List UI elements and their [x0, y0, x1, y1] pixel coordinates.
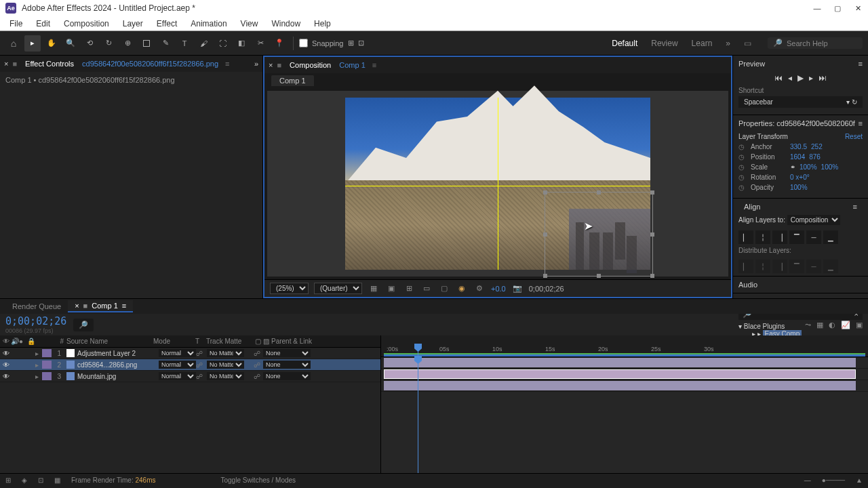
stopwatch-anchor-icon[interactable]: ◷ — [738, 143, 747, 150]
menu-view[interactable]: View — [234, 18, 265, 30]
col-lock-icon[interactable]: 🔒 — [27, 338, 35, 345]
roto-tool[interactable]: ✂ — [252, 35, 269, 52]
zoom-in-icon[interactable]: ▲ — [856, 476, 863, 484]
snap-option-icon[interactable]: ⊞ — [348, 39, 354, 47]
menu-animation[interactable]: Animation — [184, 18, 233, 30]
label-color[interactable] — [42, 361, 52, 369]
status-icon3[interactable]: ⊡ — [38, 476, 43, 484]
handle-tl[interactable] — [543, 190, 547, 195]
scale-link-icon[interactable]: ⚭ — [790, 163, 795, 171]
resolution-select[interactable]: (Quarter) — [314, 283, 362, 294]
col-preserve-icon[interactable]: ▢ ▨ — [255, 338, 271, 345]
dist-bottom-button[interactable]: ▁ — [823, 260, 838, 273]
snap-option2-icon[interactable]: ⊡ — [358, 39, 364, 47]
zoom-out-icon[interactable]: — — [804, 476, 811, 484]
track[interactable] — [381, 357, 868, 369]
next-frame-button[interactable]: ▸ — [809, 73, 813, 83]
last-frame-button[interactable]: ⏭ — [818, 73, 827, 83]
mode-select[interactable]: Normal — [159, 349, 196, 357]
effect-controls-filename[interactable]: cd958642f00e5082060ff6f15f282866.png — [82, 60, 218, 68]
rotation-tool[interactable]: ↻ — [100, 35, 117, 52]
menu-layer[interactable]: Layer — [116, 18, 150, 30]
panel-lock-icon[interactable]: ■ — [12, 60, 17, 68]
mode-select[interactable]: Normal — [159, 361, 196, 369]
play-button[interactable]: ▶ — [797, 73, 804, 83]
timeline-row[interactable]: 👁 ▸ 1 Adjustment Layer 2 Normal ☍ No Mat… — [0, 348, 380, 359]
motion-blur-button[interactable]: ◐ — [829, 321, 835, 329]
layer-name[interactable]: cd95864...2866.png — [77, 361, 159, 369]
handle-tr[interactable] — [650, 190, 654, 195]
guide-horizontal[interactable] — [345, 186, 650, 186]
reset-exposure-icon[interactable]: ⚙ — [473, 283, 486, 295]
parent-pick-icon[interactable]: ☍ — [254, 361, 263, 369]
hand-tool[interactable]: ✋ — [43, 35, 60, 52]
anchor-y[interactable]: 252 — [811, 143, 823, 150]
track[interactable] — [381, 380, 868, 392]
timeline-timecode[interactable]: 0;00;02;26 — [5, 315, 66, 327]
handle-br[interactable] — [650, 274, 654, 278]
composition-name[interactable]: Comp 1 — [339, 61, 366, 69]
timeline-row[interactable]: 👁 ▸ 3 Mountain.jpg Normal ☍ No Matte ☍ N… — [0, 371, 380, 382]
matte-select[interactable]: No Matte — [207, 349, 244, 357]
layer-name[interactable]: Adjustment Layer 2 — [77, 350, 159, 357]
handle-mr[interactable] — [650, 232, 654, 237]
menu-composition[interactable]: Composition — [57, 18, 116, 30]
stopwatch-rotation-icon[interactable]: ◷ — [738, 174, 747, 181]
type-tool[interactable]: T — [176, 35, 193, 52]
align-menu-icon[interactable]: ≡ — [853, 203, 857, 211]
selection-tool[interactable]: ▸ — [24, 35, 41, 52]
align-bottom-button[interactable]: ▁ — [823, 230, 838, 244]
align-vcenter-button[interactable]: ─ — [806, 230, 821, 244]
composition-viewer[interactable]: ➤ — [267, 91, 728, 277]
col-audio-icon[interactable]: 🔊 — [11, 338, 19, 345]
label-color[interactable] — [42, 372, 52, 380]
properties-menu-icon[interactable]: ≡ — [859, 119, 863, 127]
playhead[interactable] — [418, 345, 418, 357]
align-left-button[interactable]: ▏ — [738, 230, 753, 244]
pen-tool[interactable]: ✎ — [157, 35, 174, 52]
clone-tool[interactable]: ⛶ — [214, 35, 231, 52]
minimize-button[interactable]: — — [812, 3, 822, 13]
dist-vcenter-button[interactable]: ─ — [806, 260, 821, 273]
dist-right-button[interactable]: ▕ — [772, 260, 787, 273]
toggle-switches-button[interactable]: Toggle Switches / Modes — [221, 476, 296, 484]
workspace-default[interactable]: Default — [612, 39, 637, 48]
guide-vertical[interactable] — [498, 98, 498, 270]
time-ruler[interactable]: :00s05s10s15s20s25s30s — [381, 336, 868, 357]
align-target-select[interactable]: Composition — [787, 215, 840, 225]
expand-icon[interactable]: ▸ — [35, 373, 42, 380]
matte-select[interactable]: No Matte — [207, 372, 244, 380]
panel-overflow-icon[interactable]: » — [254, 60, 258, 68]
comp-lock-icon[interactable]: ■ — [277, 61, 281, 69]
position-x[interactable]: 1604 — [790, 153, 805, 161]
matte-link-icon[interactable]: ☍ — [196, 361, 207, 369]
stopwatch-position-icon[interactable]: ◷ — [738, 153, 747, 161]
reset-button[interactable]: Reset — [845, 133, 863, 140]
orbit-tool[interactable]: ⟲ — [81, 35, 98, 52]
align-hcenter-button[interactable]: ╎ — [755, 230, 770, 244]
brush-tool[interactable]: 🖌 — [195, 35, 212, 52]
menu-help[interactable]: Help — [307, 18, 338, 30]
handle-tm[interactable] — [597, 190, 601, 195]
graph-editor-button[interactable]: 📈 — [841, 321, 850, 329]
dist-left-button[interactable]: ▏ — [738, 260, 753, 273]
zoom-select[interactable]: (25%) — [270, 283, 309, 294]
shortcut-select[interactable]: Spacebar▾ ↻ — [738, 96, 863, 108]
workspace-panel-icon[interactable]: ▭ — [744, 39, 751, 48]
parent-select[interactable]: None — [263, 349, 311, 357]
handle-bm[interactable] — [597, 274, 601, 278]
snapping-checkbox[interactable] — [299, 39, 308, 47]
handle-ml[interactable] — [543, 232, 547, 237]
menu-file[interactable]: File — [3, 18, 29, 30]
handle-bl[interactable] — [543, 274, 547, 278]
parent-pick-icon[interactable]: ☍ — [254, 373, 263, 380]
transparency-grid-icon[interactable]: ▦ — [368, 283, 380, 295]
zoom-slider[interactable]: ●──── — [822, 476, 845, 484]
mask-toggle-icon[interactable]: ▣ — [385, 283, 397, 295]
menu-edit[interactable]: Edit — [29, 18, 57, 30]
panel-close-icon[interactable]: × — [4, 60, 8, 68]
timeline-row[interactable]: 👁 ▸ 2 cd95864...2866.png Normal ☍ No Mat… — [0, 359, 380, 371]
preview-menu-icon[interactable]: ≡ — [859, 60, 863, 68]
comp-close-icon[interactable]: × — [269, 61, 273, 69]
workspace-overflow-icon[interactable]: » — [726, 39, 730, 48]
